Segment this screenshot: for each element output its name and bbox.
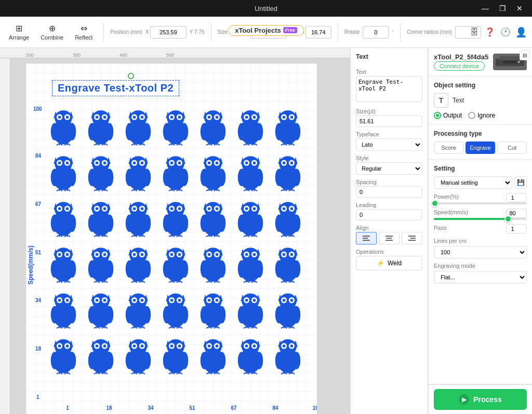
engrave-mode-row: Engraving mode Flat... [434,263,527,283]
history-button[interactable]: 🕐 [499,25,512,39]
size-input[interactable] [356,115,422,127]
svg-point-179 [163,169,171,186]
rotate-input[interactable] [363,26,389,38]
score-button[interactable]: Score [434,141,463,154]
svg-point-398 [141,253,144,256]
svg-rect-724 [500,56,520,60]
svg-point-78 [218,123,225,140]
speed-label: Speed(mm/s) [434,209,468,215]
svg-point-281 [126,214,134,232]
typeface-select[interactable]: Lato [356,138,422,151]
owl-cell [45,195,82,240]
power-input[interactable] [506,193,527,202]
main-content: 200 300 400 500 [0,48,532,414]
style-select[interactable]: Regular [356,162,422,175]
svg-point-211 [253,161,256,164]
svg-point-196 [201,169,208,186]
output-radio[interactable]: Output [434,112,462,119]
y-axis-67: 67 [35,201,41,207]
owl-cell [82,286,119,332]
help-button[interactable]: ❓ [483,25,497,39]
output-radio-dot [434,112,441,119]
svg-point-177 [178,161,181,164]
canvas-main: Engrave Test-xTool P2 100 84 67 51 34 18… [0,58,350,414]
output-label: Output [443,112,462,119]
svg-point-451 [238,260,246,278]
settings-panel: Setting Manual setting 💾 Power(%) [429,160,532,384]
svg-point-585 [290,299,294,302]
svg-point-363 [58,253,61,256]
toolbar-sep-4 [400,23,401,42]
setting-save-button[interactable]: 💾 [514,176,527,189]
x-axis-34: 34 [133,405,168,411]
minimize-button[interactable]: — [478,3,492,14]
tick-200: 200 [26,53,73,58]
maximize-button[interactable]: ❐ [496,3,509,14]
svg-point-43 [126,123,134,140]
svg-point-265 [105,214,113,232]
align-right-button[interactable] [402,232,422,244]
pass-input[interactable] [506,224,527,234]
engrave-mode-label: Engraving mode [434,263,527,269]
panel-collapse-button[interactable]: ⊟ [520,50,530,60]
canvas-content[interactable]: Engrave Test-xTool P2 100 84 67 51 34 18… [10,58,350,414]
svg-point-502 [88,306,96,324]
svg-point-262 [103,207,107,210]
selection-handle[interactable] [128,73,134,79]
svg-point-245 [66,207,69,210]
setting-select[interactable]: Manual setting [434,176,512,189]
svg-point-537 [180,306,188,324]
svg-point-639 [143,352,151,369]
leading-input[interactable] [356,209,422,221]
connect-device-button[interactable]: Connect device [434,61,485,71]
weld-button[interactable]: ⚡ Weld [356,256,422,270]
brand-badge[interactable]: xTool Projects Free [228,25,304,36]
cut-button[interactable]: Cut [497,141,527,154]
ignore-radio[interactable]: Ignore [468,112,495,119]
reflect-button[interactable]: ⇔ Reflect [70,21,97,43]
engrave-mode-select[interactable]: Flat... [434,271,527,283]
canvas-text-element[interactable]: Engrave Test-xTool P2 [52,80,179,96]
svg-point-536 [163,306,171,324]
svg-point-129 [68,169,76,186]
power-thumb[interactable] [431,200,438,207]
svg-point-112 [292,123,300,140]
speed-slider[interactable] [434,218,527,220]
combine-button[interactable]: ⊕ Combine [36,21,68,43]
tick-300: 300 [73,53,119,58]
arrange-button[interactable]: ⊞ Arrange [4,21,34,43]
svg-point-7 [66,115,69,119]
text-input-area[interactable]: Engrave Test- xTool P2 [356,76,422,102]
lines-select[interactable]: 100 [434,246,527,258]
h-input[interactable] [305,26,331,38]
account-button[interactable]: 👤 [514,25,528,39]
x-input[interactable] [150,26,187,38]
align-left-button[interactable] [356,232,377,244]
files-button[interactable]: 🗄 [468,25,481,39]
svg-point-162 [126,169,134,186]
window-title: Untitled [255,5,277,12]
spacing-input[interactable] [356,186,422,198]
svg-point-333 [255,214,263,232]
svg-point-60 [163,123,171,140]
svg-point-383 [88,260,96,278]
power-slider[interactable] [434,202,527,204]
owl-cell [194,103,232,149]
close-button[interactable]: ✕ [513,3,526,14]
speed-thumb[interactable] [504,215,512,223]
svg-point-707 [292,352,300,369]
svg-point-143 [103,161,107,164]
svg-point-636 [141,344,144,347]
svg-point-194 [216,161,219,164]
svg-point-350 [292,214,300,232]
svg-point-180 [180,169,188,186]
process-button[interactable]: ▶ Process [434,389,527,410]
toolbar: xTool Projects Free ⊞ Arrange ⊕ Combine … [0,17,532,48]
x-axis-1: 1 [50,405,85,411]
align-center-button[interactable] [379,232,400,244]
svg-point-534 [178,299,181,302]
engrave-button[interactable]: Engrave [466,141,495,154]
object-type-label: Text [453,97,464,104]
right-panel: xTool_P2_5f4da5 Connect device ⊟ Object … [428,48,532,414]
text-panel-title: Text [356,53,422,60]
